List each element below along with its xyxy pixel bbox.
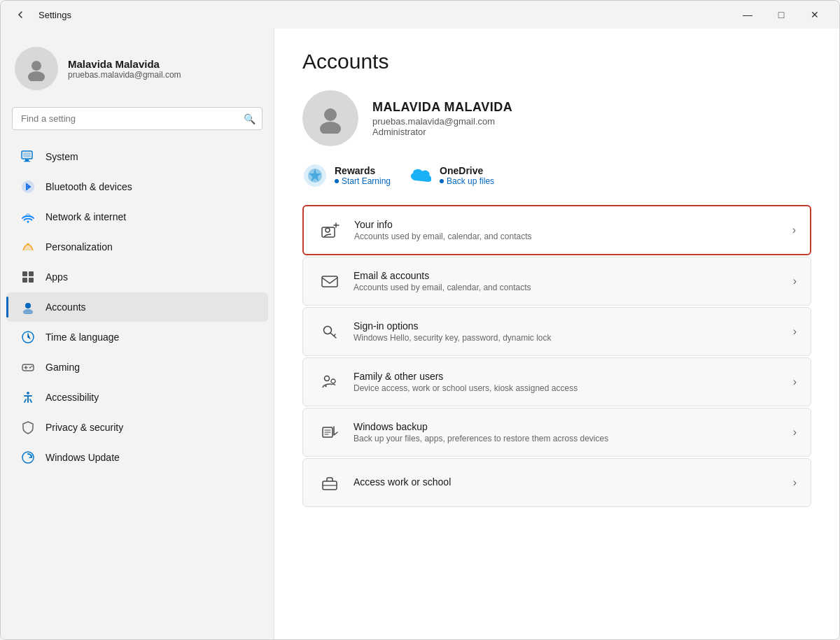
time-icon bbox=[20, 329, 36, 345]
sidebar-item-update[interactable]: Windows Update bbox=[6, 443, 268, 472]
settings-item-your-info[interactable]: Your info Accounts used by email, calend… bbox=[302, 205, 811, 255]
onedrive-sub: Back up files bbox=[440, 176, 494, 186]
account-email: pruebas.malavida@gmail.com bbox=[372, 116, 512, 127]
user-name: Malavida Malavida bbox=[68, 58, 181, 70]
sidebar-item-bluetooth[interactable]: Bluetooth & devices bbox=[6, 172, 268, 201]
settings-item-text-family: Family & other users Device access, work… bbox=[354, 371, 578, 393]
svg-point-27 bbox=[326, 228, 330, 232]
settings-item-desc-your-info: Accounts used by email, calendar, and co… bbox=[354, 232, 531, 241]
sidebar-label-accessibility: Accessibility bbox=[46, 392, 99, 403]
user-info: Malavida Malavida pruebas.malavida@gmail… bbox=[68, 58, 181, 80]
svg-point-13 bbox=[25, 303, 31, 308]
accounts-icon bbox=[20, 299, 36, 315]
sidebar-item-network[interactable]: Network & internet bbox=[6, 202, 268, 232]
avatar bbox=[15, 47, 58, 90]
settings-item-desc-email: Accounts used by email, calendar, and co… bbox=[354, 283, 531, 292]
titlebar-controls: — □ ✕ bbox=[732, 3, 831, 26]
settings-item-title-work: Access work or school bbox=[354, 476, 451, 488]
sidebar-item-privacy[interactable]: Privacy & security bbox=[6, 413, 268, 442]
rewards-row: Rewards Start Earning bbox=[302, 163, 811, 188]
svg-rect-11 bbox=[22, 278, 27, 283]
backup-icon bbox=[317, 420, 342, 445]
chevron-backup: › bbox=[793, 426, 797, 439]
nav-list: System Bluetooth & devices bbox=[1, 141, 274, 473]
sidebar-label-network: Network & internet bbox=[46, 211, 126, 222]
settings-item-backup[interactable]: Windows backup Back up your files, apps,… bbox=[302, 408, 811, 457]
chevron-family: › bbox=[793, 376, 797, 388]
settings-item-text-your-info: Your info Accounts used by email, calend… bbox=[354, 219, 531, 241]
titlebar: Settings — □ ✕ bbox=[1, 1, 839, 29]
your-info-icon bbox=[318, 218, 343, 243]
sidebar-item-accounts[interactable]: Accounts bbox=[6, 292, 268, 322]
sidebar-item-time[interactable]: Time & language bbox=[6, 322, 268, 352]
sidebar-item-gaming[interactable]: Gaming bbox=[6, 353, 268, 382]
sidebar-label-update: Windows Update bbox=[46, 452, 120, 463]
svg-point-17 bbox=[29, 367, 31, 368]
onedrive-dot bbox=[440, 179, 444, 183]
onedrive-text: OneDrive Back up files bbox=[440, 165, 494, 186]
sidebar-item-system[interactable]: System bbox=[6, 142, 268, 171]
settings-item-work[interactable]: Access work or school › bbox=[302, 458, 811, 507]
settings-item-title-signin: Sign-in options bbox=[354, 320, 552, 332]
rewards-icon bbox=[302, 163, 328, 188]
chevron-signin: › bbox=[793, 325, 797, 338]
settings-item-desc-signin: Windows Hello, security key, password, d… bbox=[354, 333, 552, 343]
sidebar-item-personalization[interactable]: Personalization bbox=[6, 232, 268, 262]
svg-rect-5 bbox=[24, 161, 30, 162]
settings-item-left-family: Family & other users Device access, work… bbox=[317, 369, 578, 394]
svg-rect-9 bbox=[22, 271, 27, 276]
settings-item-family[interactable]: Family & other users Device access, work… bbox=[302, 357, 811, 406]
svg-point-8 bbox=[27, 243, 29, 246]
svg-point-31 bbox=[331, 379, 335, 383]
back-button[interactable] bbox=[9, 3, 31, 26]
chevron-work: › bbox=[793, 476, 797, 489]
user-email: pruebas.malavida@gmail.com bbox=[68, 70, 181, 80]
rewards-item[interactable]: Rewards Start Earning bbox=[302, 163, 391, 188]
sidebar-label-time: Time & language bbox=[46, 332, 119, 343]
maximize-button[interactable]: □ bbox=[765, 3, 797, 26]
onedrive-item[interactable]: OneDrive Back up files bbox=[407, 163, 494, 188]
search-input[interactable] bbox=[12, 107, 262, 130]
settings-item-left-email: Email & accounts Accounts used by email,… bbox=[317, 269, 531, 294]
account-role: Administrator bbox=[372, 127, 512, 137]
settings-item-left-your-info: Your info Accounts used by email, calend… bbox=[318, 218, 531, 243]
svg-point-22 bbox=[320, 122, 341, 134]
svg-rect-3 bbox=[23, 152, 31, 157]
sidebar-label-apps: Apps bbox=[46, 271, 68, 283]
window-title: Settings bbox=[38, 10, 71, 20]
account-avatar bbox=[302, 90, 358, 146]
settings-item-title-email: Email & accounts bbox=[354, 270, 531, 281]
onedrive-label: OneDrive bbox=[440, 165, 494, 176]
sidebar-label-gaming: Gaming bbox=[46, 362, 80, 373]
svg-rect-4 bbox=[25, 159, 29, 161]
settings-item-desc-family: Device access, work or school users, kio… bbox=[354, 383, 578, 393]
svg-point-18 bbox=[31, 366, 33, 367]
svg-point-7 bbox=[27, 221, 29, 223]
settings-item-title-your-info: Your info bbox=[354, 219, 531, 230]
close-button[interactable]: ✕ bbox=[799, 3, 831, 26]
sidebar-item-apps[interactable]: Apps bbox=[6, 262, 268, 292]
settings-item-text-signin: Sign-in options Windows Hello, security … bbox=[354, 320, 552, 343]
settings-item-left-work: Access work or school bbox=[317, 470, 451, 495]
svg-point-21 bbox=[324, 108, 337, 121]
settings-item-signin[interactable]: Sign-in options Windows Hello, security … bbox=[302, 307, 811, 356]
account-name: MALAVIDA MALAVIDA bbox=[372, 100, 512, 115]
search-box: 🔍 bbox=[12, 107, 262, 130]
family-icon bbox=[317, 369, 342, 394]
sidebar-label-system: System bbox=[46, 151, 78, 162]
sidebar-item-accessibility[interactable]: Accessibility bbox=[6, 383, 268, 412]
svg-point-1 bbox=[28, 71, 45, 81]
main-content: Malavida Malavida pruebas.malavida@gmail… bbox=[1, 29, 839, 639]
titlebar-left: Settings bbox=[9, 3, 71, 26]
sidebar-label-personalization: Personalization bbox=[46, 241, 113, 253]
settings-item-title-backup: Windows backup bbox=[354, 421, 608, 432]
rewards-label: Rewards bbox=[335, 165, 391, 176]
apps-icon bbox=[20, 269, 36, 285]
settings-item-email[interactable]: Email & accounts Accounts used by email,… bbox=[302, 257, 811, 306]
settings-list: Your info Accounts used by email, calend… bbox=[302, 205, 811, 507]
svg-rect-10 bbox=[29, 271, 34, 276]
main-panel: Accounts MALAVIDA MALAVIDA pruebas.malav… bbox=[274, 29, 839, 639]
minimize-button[interactable]: — bbox=[732, 3, 764, 26]
system-icon bbox=[20, 149, 36, 164]
bluetooth-icon bbox=[20, 179, 36, 194]
